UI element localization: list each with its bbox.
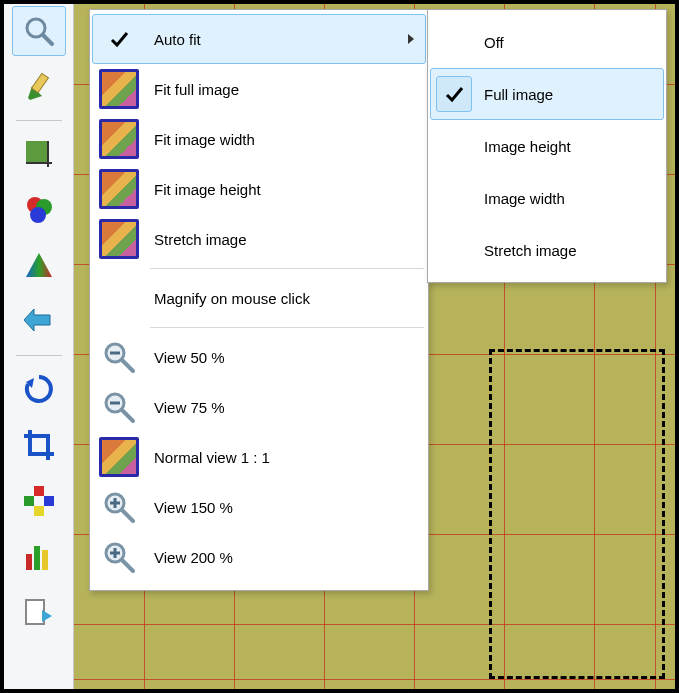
submenu-item-label: Image width	[484, 190, 565, 207]
menu-item-auto-fit[interactable]: Auto fit	[92, 14, 426, 64]
menu-item-fit-image-height[interactable]: Fit image height	[92, 164, 426, 214]
menu-item-label: View 50 %	[154, 349, 420, 366]
menu-item-label: View 75 %	[154, 399, 420, 416]
histogram-tool-button[interactable]	[12, 532, 66, 582]
crop-tool-button[interactable]	[12, 420, 66, 470]
submenu-item-label: Image height	[484, 138, 571, 155]
pencil-icon	[22, 70, 56, 104]
svg-rect-18	[42, 550, 48, 570]
page-next-tool-button[interactable]	[12, 588, 66, 638]
auto-fit-submenu: Off Full image Image height Image width …	[427, 9, 667, 283]
pencil-tool-button[interactable]	[12, 62, 66, 112]
menu-item-view-50[interactable]: View 50 %	[92, 332, 426, 382]
submenu-item-off[interactable]: Off	[430, 16, 664, 68]
submenu-item-label: Stretch image	[484, 242, 577, 259]
back-arrow-tool-button[interactable]	[12, 297, 66, 347]
menu-item-view-200[interactable]: View 200 %	[92, 532, 426, 582]
menu-item-label: View 200 %	[154, 549, 420, 566]
view-menu: Auto fit Fit full image Fit image width …	[89, 9, 429, 591]
menu-item-label: Fit image height	[154, 181, 420, 198]
cone-tool-button[interactable]	[12, 241, 66, 291]
thumbnail-icon	[99, 69, 139, 109]
menu-separator	[150, 327, 424, 328]
svg-rect-4	[26, 141, 48, 163]
rgb-circles-tool-button[interactable]	[12, 185, 66, 235]
check-icon	[109, 29, 129, 49]
grid-measure-tool-button[interactable]	[12, 129, 66, 179]
menu-item-label: Normal view 1 : 1	[154, 449, 420, 466]
toolbar-separator	[16, 120, 62, 121]
submenu-item-image-width[interactable]: Image width	[430, 172, 664, 224]
svg-line-34	[122, 560, 133, 571]
menu-item-fit-full-image[interactable]: Fit full image	[92, 64, 426, 114]
magnifier-minus-icon	[101, 389, 137, 425]
left-toolbar	[4, 4, 74, 689]
submenu-item-label: Off	[484, 34, 504, 51]
menu-separator	[150, 268, 424, 269]
zoom-tool-button[interactable]	[12, 6, 66, 56]
selection-rect	[489, 349, 665, 679]
submenu-arrow-icon	[408, 34, 414, 44]
menu-item-label: Stretch image	[154, 231, 420, 248]
page-arrow-icon	[22, 596, 56, 630]
svg-line-30	[122, 510, 133, 521]
svg-marker-10	[26, 253, 52, 277]
crop-icon	[22, 428, 56, 462]
rgb-circles-icon	[22, 193, 56, 227]
submenu-item-stretch-image[interactable]: Stretch image	[430, 224, 664, 276]
menu-item-magnify-on-click[interactable]: Magnify on mouse click	[92, 273, 426, 323]
svg-rect-3	[31, 73, 48, 92]
svg-rect-13	[24, 496, 34, 506]
toolbar-separator	[16, 355, 62, 356]
menu-item-label: Fit image width	[154, 131, 420, 148]
thumbnail-icon	[99, 119, 139, 159]
histogram-icon	[22, 540, 56, 574]
svg-rect-17	[34, 546, 40, 570]
menu-item-fit-image-width[interactable]: Fit image width	[92, 114, 426, 164]
menu-item-normal-view[interactable]: Normal view 1 : 1	[92, 432, 426, 482]
svg-point-9	[30, 207, 46, 223]
thumbnail-icon	[99, 437, 139, 477]
menu-item-stretch-image[interactable]: Stretch image	[92, 214, 426, 264]
menu-item-view-75[interactable]: View 75 %	[92, 382, 426, 432]
thumbnail-icon	[99, 169, 139, 209]
svg-marker-20	[42, 610, 52, 622]
menu-item-label: View 150 %	[154, 499, 420, 516]
menu-item-label: Fit full image	[154, 81, 420, 98]
submenu-item-image-height[interactable]: Image height	[430, 120, 664, 172]
thumbnail-icon	[99, 219, 139, 259]
menu-item-label: Auto fit	[154, 31, 394, 48]
color-swap-tool-button[interactable]	[12, 476, 66, 526]
magnifier-plus-icon	[101, 539, 137, 575]
rotate-icon	[22, 372, 56, 406]
submenu-item-label: Full image	[484, 86, 553, 103]
app-window: Auto fit Fit full image Fit image width …	[0, 0, 679, 693]
back-arrow-icon	[22, 305, 56, 339]
submenu-item-full-image[interactable]: Full image	[430, 68, 664, 120]
menu-item-view-150[interactable]: View 150 %	[92, 482, 426, 532]
rotate-tool-button[interactable]	[12, 364, 66, 414]
svg-line-26	[122, 410, 133, 421]
color-swap-icon	[22, 484, 56, 518]
svg-rect-12	[34, 486, 44, 496]
svg-rect-19	[26, 600, 44, 624]
grid-ruler-icon	[22, 137, 56, 171]
cone-icon	[22, 249, 56, 283]
svg-line-1	[43, 35, 52, 44]
magnifier-icon	[22, 14, 56, 48]
svg-rect-14	[44, 496, 54, 506]
check-icon	[444, 84, 464, 104]
svg-rect-15	[34, 506, 44, 516]
magnifier-plus-icon	[101, 489, 137, 525]
svg-line-23	[122, 360, 133, 371]
svg-rect-16	[26, 554, 32, 570]
magnifier-minus-icon	[101, 339, 137, 375]
menu-item-label: Magnify on mouse click	[154, 290, 420, 307]
